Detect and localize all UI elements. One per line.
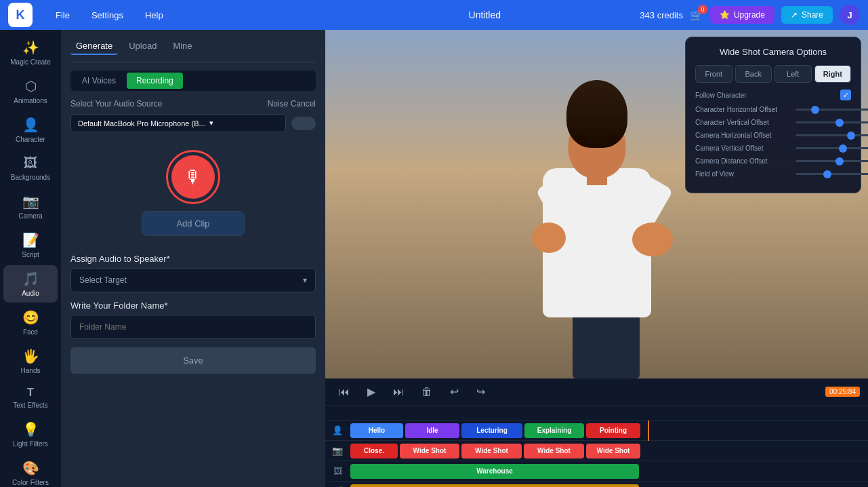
character-body (502, 66, 692, 378)
sidebar-item-light-filters[interactable]: 💡 Light Filters (3, 416, 58, 453)
character-track-icon: 👤 (325, 425, 350, 435)
clip-explaining[interactable]: Explaining (524, 423, 584, 438)
char-eyes (577, 134, 617, 142)
slider-char-v-label: Character Vertical Offset (695, 119, 790, 126)
ai-voices-btn[interactable]: AI Voices (73, 73, 125, 89)
tab-upload[interactable]: Upload (123, 38, 162, 55)
save-button[interactable]: Save (70, 347, 316, 374)
timeline-ruler: 00:00 00:05 00:10 00:15 00:20 00:25 00:3… (325, 406, 868, 421)
share-button[interactable]: ↗ Share (781, 6, 833, 24)
project-title: Untitled (343, 9, 626, 20)
playhead (648, 421, 649, 441)
slider-fov: Field of View (695, 170, 851, 178)
clip-lecturing[interactable]: Lecturing (461, 423, 522, 438)
sidebar-item-script[interactable]: 📝 Script (3, 227, 58, 264)
char-right-hand (632, 222, 673, 256)
slider-cam-v-label: Camera Vertical Offset (695, 144, 790, 152)
sidebar-item-color-filters[interactable]: 🎨 Color Filters (3, 454, 58, 487)
cam-btn-right[interactable]: Right (814, 65, 852, 83)
character-track-row: 👤 Hello Idle Lecturing Explaining Pointi… (325, 421, 868, 441)
skip-to-start-button[interactable]: ⏮ (333, 383, 355, 401)
sidebar-item-face[interactable]: 😊 Face (3, 304, 58, 341)
sidebar-item-animations[interactable]: ⬡ Animations (3, 73, 58, 110)
canvas-area: Wide Shot Camera Options Front Back Left… (325, 30, 868, 487)
follow-character-checkbox[interactable]: ✓ (840, 90, 851, 100)
slider-cam-h-label: Camera Horizontal Offset (695, 132, 790, 139)
slider-fov-input[interactable] (795, 173, 868, 175)
upgrade-button[interactable]: ⭐ Upgrade (710, 6, 774, 24)
slider-cam-dist-input[interactable] (795, 160, 868, 162)
animations-icon: ⬡ (25, 78, 37, 94)
sidebar-item-text-effects[interactable]: T Text Effects (3, 381, 58, 414)
slider-char-v-input[interactable] (795, 121, 868, 123)
clip-hello[interactable]: Hello (350, 423, 403, 438)
audio-source-select[interactable]: Default MacBook Pro Microphone (B... ▾ (70, 114, 286, 132)
slider-cam-v: Camera Vertical Offset (695, 144, 851, 152)
cam-btn-back[interactable]: Back (735, 65, 772, 83)
add-clip-button[interactable]: Add Clip (142, 211, 244, 236)
char-right-leg (599, 311, 640, 378)
cam-clip-wide4[interactable]: Wide Shot (586, 444, 640, 459)
app-logo: K (8, 3, 33, 27)
dropdown-chevron-icon: ▾ (209, 119, 213, 128)
nav-settings[interactable]: Settings (82, 6, 133, 24)
anim-track-content: Three Point (350, 482, 868, 488)
slider-cam-v-input[interactable] (795, 147, 868, 149)
tab-mine[interactable]: Mine (167, 38, 197, 55)
nav-menu: File Settings Help (46, 6, 329, 24)
cam-btn-left[interactable]: Left (774, 65, 812, 83)
redo-button[interactable]: ↪ (471, 383, 491, 401)
recording-btn[interactable]: Recording (127, 73, 183, 89)
slider-cam-h: Camera Horizontal Offset (695, 132, 851, 139)
audio-panel: Generate Upload Mine AI Voices Recording… (61, 30, 325, 487)
credits-display: 343 credits (640, 10, 683, 20)
slider-char-h: Character Horizontal Offset (695, 106, 851, 113)
preview-area: Wide Shot Camera Options Front Back Left… (325, 30, 868, 378)
folder-name-input[interactable] (70, 315, 316, 339)
camera-track-row: 📷 Close. Wide Shot Wide Shot Wide Shot W… (325, 441, 868, 461)
cam-clip-wide1[interactable]: Wide Shot (400, 444, 459, 459)
mic-button[interactable]: 🎙 (166, 150, 220, 204)
nav-file[interactable]: File (46, 6, 79, 24)
cart-button[interactable]: 🛒 0 (690, 9, 703, 22)
mic-inner: 🎙 (171, 155, 215, 199)
face-icon: 😊 (22, 309, 39, 326)
tab-generate[interactable]: Generate (70, 38, 118, 55)
sidebar-item-camera[interactable]: 📷 Camera (3, 188, 58, 225)
user-avatar[interactable]: J (840, 5, 860, 25)
timeline-tracks: 👤 Hello Idle Lecturing Explaining Pointi… (325, 421, 868, 487)
sidebar-item-hands[interactable]: 🖐 Hands (3, 343, 58, 380)
light-filters-icon: 💡 (22, 421, 39, 437)
sidebar-item-audio[interactable]: 🎵 Audio (3, 265, 58, 303)
current-time-display: 00:25:84 (825, 387, 860, 397)
scene-track-row: 🖼 Warehouse (325, 461, 868, 482)
anim-clip-three-point[interactable]: Three Point (350, 484, 639, 488)
cam-clip-wide2[interactable]: Wide Shot (461, 444, 522, 459)
cam-btn-front[interactable]: Front (695, 65, 732, 83)
sidebar-item-backgrounds[interactable]: 🖼 Backgrounds (3, 150, 58, 187)
slider-cam-h-input[interactable] (795, 134, 868, 136)
anim-track-row: 🎬 Three Point (325, 482, 868, 487)
scene-clip-warehouse[interactable]: Warehouse (350, 464, 639, 479)
undo-button[interactable]: ↩ (445, 383, 464, 401)
sidebar-item-magic-create[interactable]: ✨ Magic Create (3, 34, 58, 71)
cart-badge: 0 (698, 5, 707, 14)
slider-char-h-input[interactable] (795, 109, 868, 111)
cam-clip-close[interactable]: Close. (350, 444, 398, 459)
skip-forward-button[interactable]: ⏭ (388, 383, 409, 401)
delete-button[interactable]: 🗑 (416, 383, 438, 401)
slider-cam-dist: Camera Distance Offset (695, 157, 851, 165)
noise-cancel-toggle[interactable] (291, 117, 316, 130)
cam-clip-wide3[interactable]: Wide Shot (524, 444, 584, 459)
nav-help[interactable]: Help (136, 6, 173, 24)
nav-right: 343 credits 🛒 0 ⭐ Upgrade ↗ Share J (640, 5, 860, 25)
dropdown-chevron-icon: ▾ (303, 275, 307, 285)
voice-toggle: AI Voices Recording (70, 71, 316, 91)
clip-idle[interactable]: Idle (405, 423, 459, 438)
play-button[interactable]: ▶ (362, 383, 381, 401)
target-dropdown[interactable]: Select Target ▾ (70, 268, 316, 292)
clip-pointing[interactable]: Pointing (586, 423, 640, 438)
slider-fov-label: Field of View (695, 170, 790, 178)
sidebar-item-character[interactable]: 👤 Character (3, 111, 58, 149)
follow-character-row: Follow Character ✓ (695, 90, 851, 100)
